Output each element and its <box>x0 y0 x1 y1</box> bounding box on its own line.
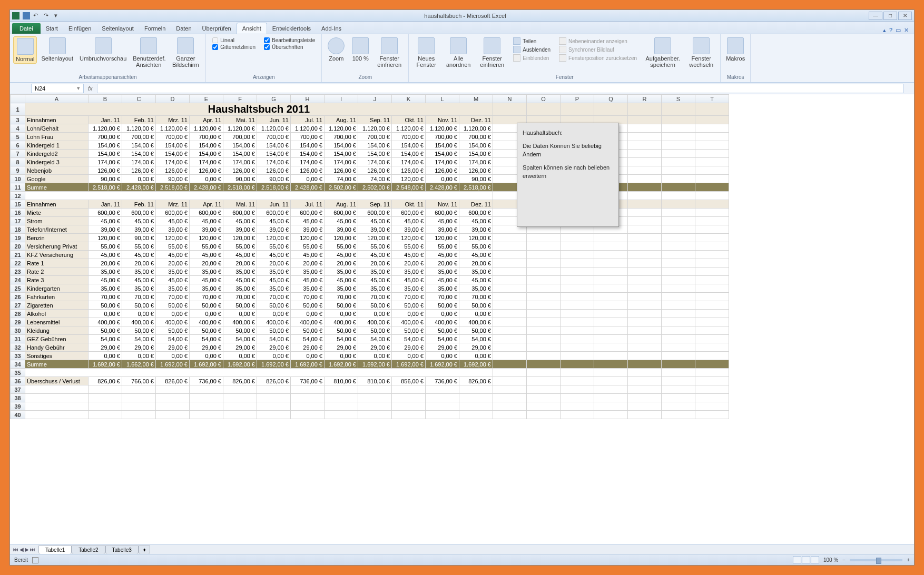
cell[interactable]: 54,00 € <box>459 335 493 343</box>
row-header[interactable]: 10 <box>11 175 25 183</box>
cell[interactable]: 55,00 € <box>122 242 156 251</box>
btn-fenster-einfrieren[interactable]: Fenster einfrieren <box>373 36 405 69</box>
cell[interactable]: 20,00 € <box>358 259 392 267</box>
cell[interactable]: 2.518,00 € <box>459 183 493 192</box>
cell[interactable] <box>527 411 561 419</box>
cell[interactable]: 29,00 € <box>122 343 156 352</box>
cell[interactable]: 826,00 € <box>223 377 257 385</box>
cell[interactable]: Okt. 11 <box>392 200 426 209</box>
cell[interactable] <box>561 402 594 411</box>
qat-dropdown-icon[interactable]: ▾ <box>54 12 62 19</box>
cell[interactable] <box>628 183 662 192</box>
close-button[interactable]: ✕ <box>898 12 912 20</box>
cell[interactable] <box>392 411 426 419</box>
cell[interactable]: 45,00 € <box>459 276 493 284</box>
cell[interactable]: Feb. 11 <box>122 116 156 124</box>
col-header[interactable]: O <box>527 95 561 103</box>
cell[interactable] <box>527 234 561 242</box>
btn-seitenlayout[interactable]: Seitenlayout <box>39 36 75 63</box>
sheet-tab-2[interactable]: Tabelle2 <box>72 546 105 554</box>
cell[interactable]: 154,00 € <box>257 150 291 158</box>
view-pagelayout-icon[interactable] <box>802 556 810 563</box>
cell[interactable] <box>527 377 561 385</box>
cell[interactable]: 35,00 € <box>325 284 358 293</box>
cell[interactable]: Jan. 11 <box>89 116 122 124</box>
cell[interactable] <box>493 318 527 326</box>
cell[interactable] <box>662 234 695 242</box>
cell[interactable] <box>358 411 392 419</box>
cell[interactable]: 400,00 € <box>223 318 257 326</box>
cell[interactable]: 174,00 € <box>89 158 122 166</box>
cell[interactable]: Apr. 11 <box>190 116 223 124</box>
cell[interactable]: 45,00 € <box>190 217 223 225</box>
cell[interactable] <box>358 394 392 402</box>
cell[interactable] <box>628 377 662 385</box>
cell[interactable] <box>527 293 561 301</box>
col-header[interactable]: N <box>493 95 527 103</box>
cell[interactable]: 0,00 € <box>89 352 122 360</box>
tab-entwicklertools[interactable]: Entwicklertools <box>267 23 316 34</box>
cell[interactable]: 45,00 € <box>358 251 392 259</box>
cell[interactable]: 45,00 € <box>122 276 156 284</box>
cell[interactable]: 600,00 € <box>325 209 358 217</box>
cell[interactable]: 29,00 € <box>358 343 392 352</box>
cell[interactable]: 70,00 € <box>291 293 325 301</box>
row-header[interactable]: 6 <box>11 141 25 150</box>
cell[interactable]: 0,00 € <box>122 352 156 360</box>
cell[interactable] <box>594 343 628 352</box>
cell[interactable]: 45,00 € <box>291 276 325 284</box>
title-cell[interactable]: Haushaltsbuch 2011 <box>25 103 493 116</box>
cell[interactable]: Mai. 11 <box>223 200 257 209</box>
cell[interactable]: 50,00 € <box>459 326 493 335</box>
cell[interactable] <box>695 310 729 318</box>
cell[interactable] <box>156 411 190 419</box>
cell[interactable]: 45,00 € <box>325 217 358 225</box>
row-header[interactable]: 4 <box>11 124 25 133</box>
cell[interactable]: 126,00 € <box>459 166 493 175</box>
cell[interactable]: 35,00 € <box>89 284 122 293</box>
cell[interactable] <box>527 360 561 369</box>
cell[interactable]: 600,00 € <box>426 209 459 217</box>
cell[interactable] <box>628 343 662 352</box>
cell[interactable] <box>695 209 729 217</box>
cell[interactable]: 0,00 € <box>325 310 358 318</box>
cell[interactable]: 50,00 € <box>291 326 325 335</box>
cell[interactable]: 126,00 € <box>426 166 459 175</box>
cell[interactable]: 154,00 € <box>325 150 358 158</box>
cell[interactable] <box>89 385 122 394</box>
cell[interactable] <box>594 394 628 402</box>
cell[interactable] <box>662 326 695 335</box>
cell[interactable]: 35,00 € <box>122 267 156 276</box>
cell[interactable]: 50,00 € <box>459 301 493 310</box>
cell[interactable] <box>628 326 662 335</box>
col-header[interactable]: L <box>426 95 459 103</box>
cell[interactable]: 45,00 € <box>190 276 223 284</box>
row-header[interactable]: 20 <box>11 242 25 251</box>
cell[interactable] <box>662 369 695 377</box>
cell[interactable] <box>493 259 527 267</box>
macro-record-icon[interactable] <box>32 557 38 563</box>
cell[interactable]: 70,00 € <box>426 293 459 301</box>
cell[interactable] <box>493 326 527 335</box>
cell[interactable]: 55,00 € <box>190 242 223 251</box>
row-header[interactable]: 18 <box>11 225 25 234</box>
col-header[interactable]: R <box>628 95 662 103</box>
cell[interactable]: 174,00 € <box>325 158 358 166</box>
cell[interactable]: 55,00 € <box>325 242 358 251</box>
cell[interactable] <box>662 209 695 217</box>
cell[interactable] <box>527 394 561 402</box>
cell[interactable]: 35,00 € <box>156 267 190 276</box>
btn-aufgabenbereich[interactable]: Aufgabenber. speichern <box>642 36 683 69</box>
cell[interactable]: 600,00 € <box>358 209 392 217</box>
cell[interactable] <box>695 175 729 183</box>
col-header[interactable]: Q <box>594 95 628 103</box>
cell[interactable]: 35,00 € <box>122 284 156 293</box>
cell[interactable] <box>291 394 325 402</box>
cell[interactable]: 0,00 € <box>156 310 190 318</box>
cell[interactable]: 126,00 € <box>325 166 358 175</box>
cell[interactable] <box>561 335 594 343</box>
col-header[interactable]: K <box>392 95 426 103</box>
cell[interactable]: 45,00 € <box>223 276 257 284</box>
cell[interactable]: 0,00 € <box>223 352 257 360</box>
cell[interactable] <box>628 217 662 225</box>
